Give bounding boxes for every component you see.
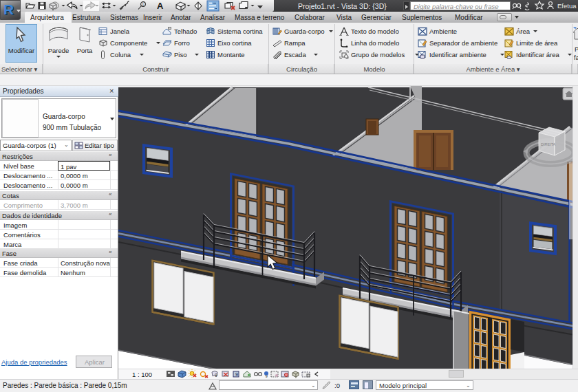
svg-text:9: 9 — [215, 373, 217, 378]
svg-text:Efetua: Efetua — [557, 2, 577, 10]
svg-text:9: 9 — [235, 372, 238, 377]
svg-text:DIREITA: DIREITA — [541, 142, 556, 146]
svg-text:1: 1 — [142, 3, 144, 6]
svg-text:A: A — [157, 1, 164, 11]
